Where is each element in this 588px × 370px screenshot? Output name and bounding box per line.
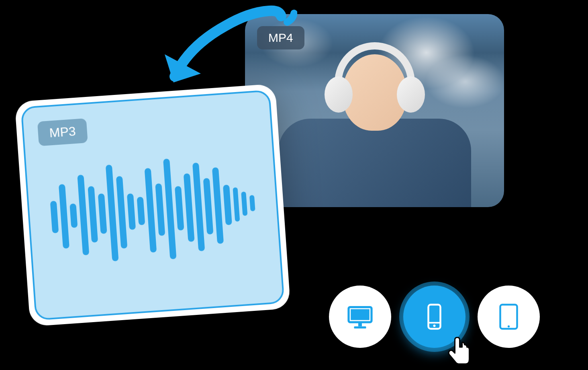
conversion-arrow-icon (145, 2, 297, 107)
desktop-icon (345, 302, 375, 332)
waveform-bar (59, 184, 69, 249)
desktop-device-button[interactable] (329, 286, 391, 348)
waveform-bar (69, 204, 78, 228)
waveform-bar (155, 183, 165, 236)
svg-point-5 (433, 325, 436, 327)
svg-rect-7 (500, 305, 517, 329)
waveform-bar (137, 197, 145, 225)
phone-icon (419, 302, 449, 332)
waveform-bar (145, 168, 157, 253)
device-selector (329, 286, 540, 348)
waveform-bar (116, 176, 128, 249)
tablet-icon (494, 302, 524, 332)
svg-rect-3 (354, 327, 366, 329)
headphones-icon (327, 42, 423, 115)
waveform-bar (50, 201, 59, 233)
waveform-bar (233, 187, 240, 222)
tablet-device-button[interactable] (478, 286, 540, 348)
waveform-bar (203, 178, 214, 234)
waveform-bar (175, 186, 184, 230)
svg-rect-2 (358, 323, 362, 327)
person-illustration (270, 30, 479, 207)
audio-target-card: MP3 (14, 84, 290, 327)
svg-point-8 (508, 325, 510, 327)
waveform-bar (249, 195, 255, 212)
phone-device-button[interactable] (403, 286, 466, 348)
waveform-bar (88, 186, 98, 243)
waveform-bar (223, 185, 232, 225)
waveform-bar (98, 193, 107, 234)
person-jacket (278, 119, 471, 207)
waveform-bar (241, 191, 247, 216)
waveform-bar (77, 175, 89, 255)
waveform-bar (127, 193, 136, 230)
waveform-bar (184, 173, 195, 242)
svg-rect-1 (351, 309, 370, 320)
waveform-icon (48, 153, 258, 267)
cursor-pointer-icon (445, 335, 462, 355)
format-badge-mp3: MP3 (37, 118, 88, 146)
waveform-bar (212, 167, 224, 244)
waveform-bar (163, 158, 176, 259)
